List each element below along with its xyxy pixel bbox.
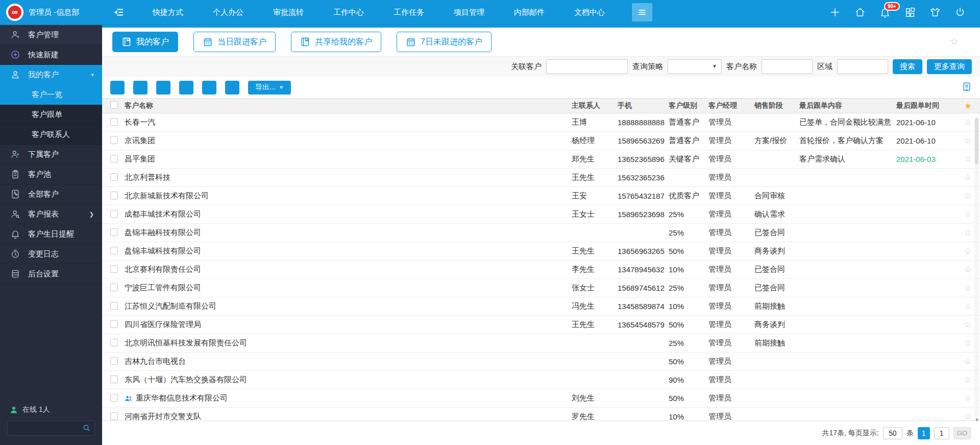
favorite-star-icon[interactable]: ☆ [964,209,972,219]
row-checkbox[interactable] [110,210,118,218]
col-main-contact[interactable]: 主联系人 [572,101,618,110]
favorite-star-icon[interactable]: ☆ [964,412,972,420]
go-button[interactable]: GO [953,427,971,439]
sidebar-item-birthday-reminder[interactable]: 客户生日提醒 [0,224,102,244]
online-status[interactable]: 在线 1人 [7,401,95,420]
col-last-followup-content[interactable]: 最后跟单内容 [799,101,896,110]
tab-7day-no-followup[interactable]: 7日未跟进的客户 [397,32,492,52]
tab-my-customers[interactable]: 我的客户 [112,32,178,52]
customer-name[interactable]: 昌平集团 [125,154,155,164]
customer-name[interactable]: 东风（十堰）汽车热交换器有限公司 [125,375,247,385]
customer-name[interactable]: 北京新城新技术有限公司 [125,191,209,201]
collapse-menu-icon[interactable] [113,7,125,18]
favorite-column-star-icon[interactable]: ★ [964,101,972,111]
tab-shared-with-me[interactable]: 共享给我的客户 [291,32,381,52]
customer-name[interactable]: 河南省开封市交警支队 [125,412,201,420]
row-checkbox[interactable] [110,118,118,126]
table-row[interactable]: 昌平集团 郑先生 13652365896 关键客户 管理员 客户需求确认 202… [102,150,980,169]
toolbar-button[interactable] [202,81,216,95]
region-input[interactable] [837,59,888,74]
search-button[interactable]: 搜索 [893,59,922,74]
export-button[interactable]: 导出... ▼ [248,81,291,95]
notifications-bell-icon[interactable]: 99+ [879,7,891,18]
nav-document-center[interactable]: 文档中心 [559,8,620,17]
col-customer-name[interactable]: 客户名称 [125,101,572,110]
favorite-star-icon[interactable]: ☆ [964,191,972,201]
customer-name[interactable]: 京讯集团 [125,136,155,146]
row-checkbox[interactable] [110,247,118,254]
col-customer-level[interactable]: 客户级别 [669,101,708,110]
row-checkbox[interactable] [110,173,118,181]
nav-internal-mail[interactable]: 内部邮件 [499,8,559,17]
customer-name[interactable]: 四川省医疗保险管理局 [125,320,201,330]
page-size-input[interactable]: 50 [883,427,902,439]
col-sales-stage[interactable]: 销售阶段 [754,101,799,110]
export-grid-icon[interactable] [962,82,972,92]
table-row[interactable]: 吉林九台市电视台 50% 管理员 ☆ [102,353,980,371]
nav-approval-flow[interactable]: 审批流转 [258,8,318,17]
logout-power-icon[interactable] [954,7,966,18]
toolbar-button[interactable] [110,81,125,95]
table-row[interactable]: 北京明讯恒基科技发展有限责任公司 25% 管理员 前期接触 ☆ [102,334,980,353]
sidebar-item-change-log[interactable]: 变更日志 [0,244,102,264]
sidebar-item-customer-pool[interactable]: 客户池 [0,165,102,184]
theme-shirt-icon[interactable] [929,7,941,18]
sidebar-item-my-customers[interactable]: 我的客户 ▾ [0,65,102,85]
col-customer-manager[interactable]: 客户经理 [708,101,754,110]
favorite-star-icon[interactable]: ☆ [964,301,972,311]
row-checkbox[interactable] [110,339,118,346]
favorite-star-icon[interactable]: ☆ [964,173,972,182]
vertical-scrollbar[interactable]: ▼ [974,117,979,416]
customer-name[interactable]: 北京明讯恒基科技发展有限责任公司 [125,338,247,348]
row-checkbox[interactable] [110,265,118,273]
favorite-star-icon[interactable]: ☆ [964,136,972,146]
apps-grid-icon[interactable] [904,7,916,18]
favorite-star-icon[interactable]: ☆ [964,320,972,330]
row-checkbox[interactable] [110,136,118,144]
query-strategy-select[interactable]: ▼ [668,59,722,74]
table-row[interactable]: 盘锦丰融科技有限公司 25% 管理员 已签合同 ☆ [102,224,980,242]
table-row[interactable]: 盘锦丰城科技有限公司 王先生 13656963265 50% 管理员 商务谈判 … [102,242,980,261]
sidebar-item-customer-reports[interactable]: 客户报表 ❯ [0,204,102,224]
row-checkbox[interactable] [110,228,118,236]
sidebar-item-customer-overview[interactable]: 客户一览 [0,85,102,105]
scroll-down-arrow-icon[interactable]: ▼ [974,417,979,423]
toolbar-button[interactable] [156,81,170,95]
sidebar-item-backend-settings[interactable]: 后台设置 [0,264,102,284]
sidebar-item-customer-contacts[interactable]: 客户联系人 [0,125,102,145]
col-last-followup-time[interactable]: 最后跟单时间 [896,101,953,110]
favorite-star-icon[interactable]: ☆ [964,228,972,238]
row-checkbox[interactable] [110,320,118,328]
table-row[interactable]: 北京新城新技术有限公司 王安 15765432187 优质客户 管理员 合同审核… [102,187,980,205]
page-button-1[interactable]: 1 [918,427,930,439]
row-checkbox[interactable] [110,284,118,291]
favorite-star-icon[interactable]: ☆ [964,357,972,366]
favorite-star-icon[interactable]: ☆ [964,375,972,385]
customer-name[interactable]: 北京赛利有限责任公司 [125,265,201,274]
customer-name[interactable]: 成都丰城技术有限公司 [125,209,201,219]
customer-name[interactable]: 盘锦丰城科技有限公司 [125,246,201,256]
row-checkbox[interactable] [110,302,118,310]
table-row[interactable]: 长春一汽 王博 18888888888 普通客户 管理员 已签单，合同金额比较满… [102,113,980,132]
search-icon[interactable] [82,424,91,432]
nav-work-center[interactable]: 工作中心 [318,8,379,17]
table-row[interactable]: 重庆华都信息技术有限公司 刘先生 50% 管理员 ☆ [102,389,980,408]
tab-today-followup[interactable]: 当日跟进客户 [193,32,276,52]
row-checkbox[interactable] [110,155,118,162]
nav-personal-office[interactable]: 个人办公 [198,8,258,17]
sidebar-item-customer-followup[interactable]: 客户跟单 [0,105,102,125]
row-checkbox[interactable] [110,376,118,383]
table-row[interactable]: 北京赛利有限责任公司 李先生 13478945632 10% 管理员 已签合同 … [102,261,980,279]
customer-name[interactable]: 重庆华都信息技术有限公司 [136,393,228,403]
table-row[interactable]: 成都丰城技术有限公司 王女士 15896523698 25% 管理员 确认需求 … [102,205,980,224]
favorite-star-icon[interactable]: ☆ [964,118,972,127]
table-row[interactable]: 四川省医疗保险管理局 王先生 13654548579 50% 管理员 商务谈判 … [102,316,980,334]
table-row[interactable]: 宁波巨工管件有限公司 张女士 15689745612 25% 管理员 已签合同 … [102,279,980,297]
nav-project-management[interactable]: 项目管理 [439,8,499,17]
favorite-star-icon[interactable]: ☆ [964,338,972,348]
nav-shortcuts[interactable]: 快捷方式 [138,8,198,17]
favorite-star-icon[interactable]: ☆ [964,283,972,293]
customer-name[interactable]: 盘锦丰融科技有限公司 [125,228,201,238]
add-icon[interactable] [829,7,841,18]
favorite-page-star-icon[interactable]: ☆ [949,35,959,48]
